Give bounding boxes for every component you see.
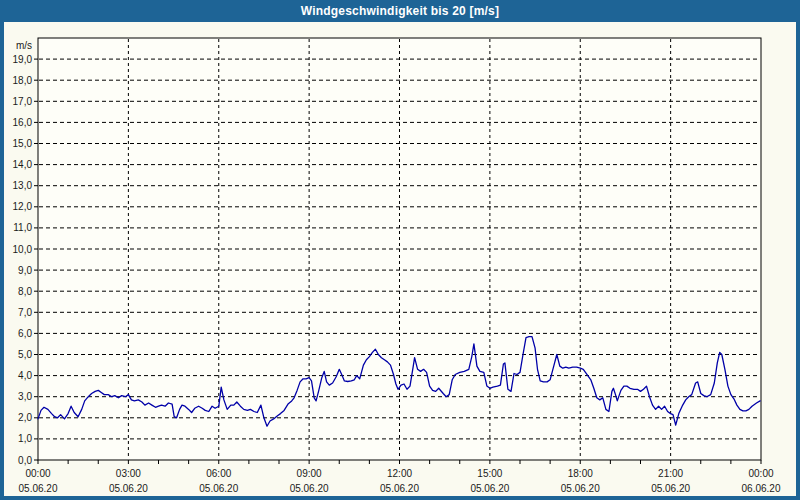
y-tick-label: 11,0 (13, 222, 32, 233)
y-tick-label: 13,0 (13, 180, 33, 191)
y-tick-label: 9,0 (18, 265, 32, 276)
x-tick-time-label: 09:00 (297, 468, 322, 479)
y-tick-label: 0,0 (18, 455, 32, 466)
x-tick-time-label: 00:00 (748, 468, 773, 479)
x-tick-date-label: 05.06.20 (380, 483, 419, 494)
x-tick-date-label: 05.06.20 (109, 483, 148, 494)
y-axis-unit-label: m/s (16, 40, 32, 51)
x-tick-time-label: 18:00 (568, 468, 593, 479)
x-tick-date-label: 05.06.20 (470, 483, 509, 494)
x-tick-time-label: 15:00 (477, 468, 502, 479)
x-tick-time-label: 00:00 (25, 468, 50, 479)
x-tick-date-label: 05.06.20 (290, 483, 329, 494)
y-tick-label: 2,0 (18, 412, 32, 423)
wind-chart: 19,018,017,016,015,014,013,012,011,010,0… (4, 22, 796, 496)
chart-area: 19,018,017,016,015,014,013,012,011,010,0… (4, 22, 796, 496)
y-tick-label: 8,0 (18, 286, 32, 297)
x-tick-date-label: 05.06.20 (19, 483, 58, 494)
y-tick-label: 5,0 (18, 349, 32, 360)
y-tick-label: 17,0 (13, 96, 33, 107)
y-tick-label: 16,0 (13, 117, 33, 128)
y-tick-label: 4,0 (18, 370, 32, 381)
y-tick-label: 3,0 (18, 391, 32, 402)
x-tick-date-label: 05.06.20 (651, 483, 690, 494)
x-tick-date-label: 05.06.20 (561, 483, 600, 494)
window-title: Windgeschwindigkeit bis 20 [m/s] (301, 4, 499, 18)
y-tick-label: 12,0 (13, 201, 33, 212)
y-tick-label: 15,0 (13, 138, 33, 149)
x-tick-time-label: 12:00 (387, 468, 412, 479)
x-tick-date-label: 05.06.20 (199, 483, 238, 494)
y-tick-label: 6,0 (18, 328, 32, 339)
x-tick-time-label: 21:00 (658, 468, 683, 479)
y-tick-label: 7,0 (18, 307, 32, 318)
y-tick-label: 10,0 (13, 244, 33, 255)
title-bar: Windgeschwindigkeit bis 20 [m/s] (0, 0, 800, 22)
x-tick-time-label: 03:00 (116, 468, 141, 479)
y-tick-label: 14,0 (13, 159, 33, 170)
y-tick-label: 1,0 (18, 433, 32, 444)
x-tick-date-label: 06.06.20 (742, 483, 781, 494)
y-tick-label: 19,0 (13, 54, 33, 65)
y-tick-label: 18,0 (13, 75, 33, 86)
x-tick-time-label: 06:00 (206, 468, 231, 479)
